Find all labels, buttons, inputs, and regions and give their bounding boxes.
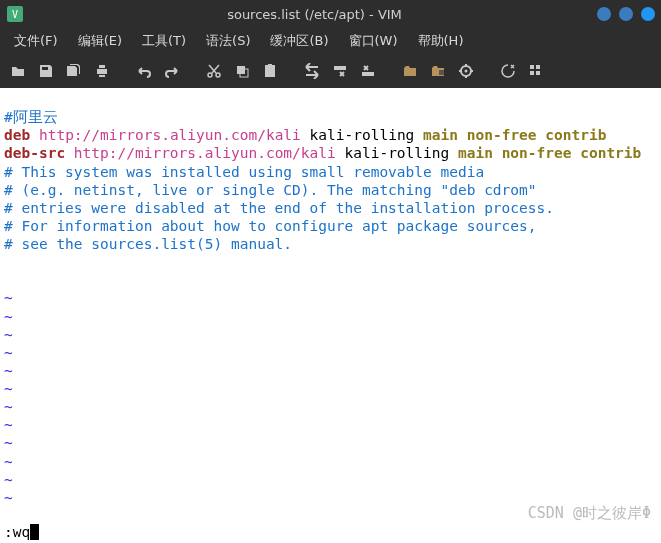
redo-icon[interactable] xyxy=(160,59,184,83)
replace-icon[interactable] xyxy=(300,59,324,83)
toolbar xyxy=(0,54,661,88)
svg-rect-7 xyxy=(268,64,272,66)
menu-tools[interactable]: 工具(T) xyxy=(132,30,196,52)
make-icon[interactable] xyxy=(496,59,520,83)
minimize-icon[interactable] xyxy=(597,7,611,21)
session-save-icon[interactable] xyxy=(426,59,450,83)
empty-tilde: ~ xyxy=(4,345,13,361)
menu-file[interactable]: 文件(F) xyxy=(4,30,68,52)
menu-window[interactable]: 窗口(W) xyxy=(339,30,408,52)
code-url: http://mirrors.aliyun.com/kali xyxy=(39,127,301,143)
code-line: # For information about how to configure… xyxy=(4,218,537,234)
code-text: kali-rolling xyxy=(344,145,449,161)
menu-buffers[interactable]: 缓冲区(B) xyxy=(260,30,338,52)
maximize-icon[interactable] xyxy=(619,7,633,21)
code-keyword: deb xyxy=(4,127,30,143)
empty-tilde: ~ xyxy=(4,435,13,451)
svg-point-3 xyxy=(216,73,220,77)
empty-tilde: ~ xyxy=(4,399,13,415)
svg-point-2 xyxy=(208,73,212,77)
empty-tilde: ~ xyxy=(4,363,13,379)
menubar: 文件(F) 编辑(E) 工具(T) 语法(S) 缓冲区(B) 窗口(W) 帮助(… xyxy=(0,28,661,54)
svg-point-11 xyxy=(465,70,468,73)
titlebar: V sources.list (/etc/apt) - VIM xyxy=(0,0,661,28)
paste-icon[interactable] xyxy=(258,59,282,83)
window-controls xyxy=(597,7,655,21)
svg-rect-8 xyxy=(334,66,346,70)
taglist-icon[interactable] xyxy=(524,59,548,83)
svg-rect-9 xyxy=(362,72,374,76)
watermark: CSDN @时之彼岸Φ xyxy=(528,504,651,523)
code-text: kali-rolling xyxy=(310,127,415,143)
open-icon[interactable] xyxy=(6,59,30,83)
vim-icon: V xyxy=(6,5,24,23)
empty-tilde: ~ xyxy=(4,309,13,325)
svg-rect-15 xyxy=(536,71,540,75)
empty-tilde: ~ xyxy=(4,290,13,306)
undo-icon[interactable] xyxy=(132,59,156,83)
menu-syntax[interactable]: 语法(S) xyxy=(196,30,260,52)
save-icon[interactable] xyxy=(34,59,58,83)
code-components: main non-free contrib xyxy=(423,127,606,143)
close-icon[interactable] xyxy=(641,7,655,21)
command-line[interactable]: :wq xyxy=(4,523,661,541)
code-url: http://mirrors.aliyun.com/kali xyxy=(74,145,336,161)
print-icon[interactable] xyxy=(90,59,114,83)
saveall-icon[interactable] xyxy=(62,59,86,83)
svg-rect-13 xyxy=(536,65,540,69)
cut-icon[interactable] xyxy=(202,59,226,83)
copy-icon[interactable] xyxy=(230,59,254,83)
menu-help[interactable]: 帮助(H) xyxy=(408,30,474,52)
cursor-icon xyxy=(30,524,39,540)
empty-tilde: ~ xyxy=(4,381,13,397)
command-text: :wq xyxy=(4,524,30,540)
svg-rect-12 xyxy=(530,65,534,69)
code-line: # see the sources.list(5) manual. xyxy=(4,236,292,252)
empty-tilde: ~ xyxy=(4,327,13,343)
window-title: sources.list (/etc/apt) - VIM xyxy=(32,7,597,22)
empty-tilde: ~ xyxy=(4,417,13,433)
code-line: #阿里云 xyxy=(4,109,58,125)
menu-edit[interactable]: 编辑(E) xyxy=(68,30,132,52)
code-line: # This system was installed using small … xyxy=(4,164,484,180)
session-load-icon[interactable] xyxy=(398,59,422,83)
editor-area[interactable]: #阿里云 deb http://mirrors.aliyun.com/kali … xyxy=(0,88,661,543)
empty-tilde: ~ xyxy=(4,472,13,488)
svg-rect-6 xyxy=(265,65,275,77)
svg-rect-4 xyxy=(237,66,245,74)
empty-tilde: ~ xyxy=(4,490,13,506)
svg-rect-14 xyxy=(530,71,534,75)
code-keyword: deb-src xyxy=(4,145,65,161)
code-line: # (e.g. netinst, live or single CD). The… xyxy=(4,182,537,198)
empty-tilde: ~ xyxy=(4,454,13,470)
code-line: # entries were disabled at the end of th… xyxy=(4,200,554,216)
findprev-icon[interactable] xyxy=(356,59,380,83)
findnext-icon[interactable] xyxy=(328,59,352,83)
svg-text:V: V xyxy=(12,9,18,20)
code-components: main non-free contrib xyxy=(458,145,641,161)
script-icon[interactable] xyxy=(454,59,478,83)
